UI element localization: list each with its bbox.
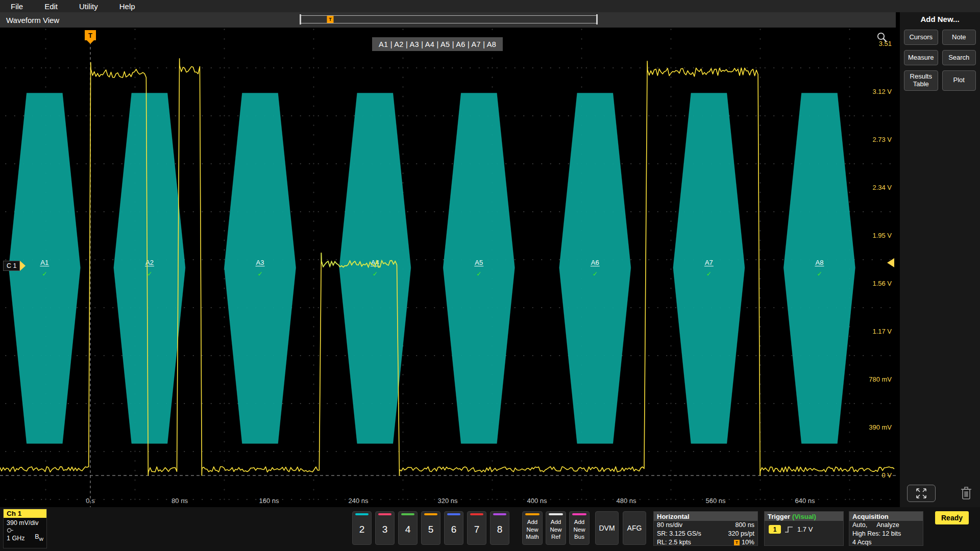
settings-bar: Ch 1 390 mV/div 1 GHz BW 2345678 AddNewM…: [0, 507, 980, 551]
acquisition-analyze: Analyze: [876, 521, 899, 529]
trigger-position-flag[interactable]: T: [85, 30, 96, 40]
y-axis-label: 1.95 V: [872, 232, 892, 239]
add-search-button[interactable]: Search: [942, 50, 976, 65]
add-color-stripe: [549, 513, 563, 515]
trigger-title: Trigger: [768, 513, 790, 520]
menu-help[interactable]: Help: [109, 2, 146, 11]
add-new-buttons-group: AddNewMathAddNewRefAddNewBus: [522, 511, 590, 545]
add-new-panel: Add New... CursorsNoteMeasureSearchResul…: [900, 12, 980, 507]
area-pass-check-icon: ✓: [257, 270, 262, 278]
horizontal-title: Horizontal: [657, 513, 690, 520]
horizontal-panel[interactable]: Horizontal 80 ns/div 800 ns SR: 3.125 GS…: [653, 511, 758, 546]
horizontal-scale: 80 ns/div: [657, 521, 682, 529]
waveform-canvas[interactable]: A1✓A2✓A3✓A4✓A5✓A6✓A7✓A8✓3.513.12 V2.73 V…: [0, 28, 896, 507]
add-color-stripe: [525, 513, 540, 515]
acquisition-count: 4 Acqs: [852, 539, 872, 546]
add-measure-button[interactable]: Measure: [904, 50, 938, 65]
channel-3-button[interactable]: 3: [375, 511, 395, 545]
menu-edit[interactable]: Edit: [34, 2, 68, 11]
expand-arrows-icon: [914, 487, 928, 500]
acquisition-mode: Auto,: [852, 521, 867, 529]
channel-7-button[interactable]: 7: [467, 511, 486, 545]
record-trigger-marker[interactable]: T: [327, 16, 334, 23]
trigger-flag-letter: T: [88, 32, 92, 39]
acquisition-resolution: High Res: 12 bits: [852, 530, 901, 538]
x-axis-label: 560 ns: [705, 497, 726, 505]
channel-6-button[interactable]: 6: [444, 511, 463, 545]
add-new-button-grid: CursorsNoteMeasureSearchResults TablePlo…: [904, 30, 976, 91]
rising-edge-icon: [785, 525, 794, 534]
add-note-button[interactable]: Note: [942, 30, 976, 45]
add-plot-button[interactable]: Plot: [942, 70, 976, 91]
visual-trigger-area-A5[interactable]: [443, 93, 514, 443]
afg-button[interactable]: AFG: [623, 511, 646, 545]
channel-color-stripe: [378, 513, 391, 515]
add-new-title: Add New...: [900, 15, 980, 23]
channel-color-stripe: [493, 513, 506, 515]
panel-bottom-tools: [900, 485, 980, 502]
y-axis-label: 1.56 V: [872, 280, 892, 287]
bandwidth-limit-indicator: BW: [35, 533, 43, 542]
channel-color-stripe: [401, 513, 414, 515]
add-color-stripe: [572, 513, 586, 515]
add-results-table-button[interactable]: Results Table: [904, 70, 938, 91]
add-cursors-button[interactable]: Cursors: [904, 30, 938, 45]
view-header: Waveform View T: [0, 12, 896, 28]
channel-1-label: Ch 1: [4, 509, 46, 518]
dvm-button[interactable]: DVM: [595, 511, 619, 545]
y-axis-label: 0 V: [881, 471, 892, 479]
channel-2-button[interactable]: 2: [352, 511, 372, 545]
x-axis-label: 80 ns: [172, 497, 188, 505]
probe-icon: [7, 528, 14, 533]
area-label: A5: [475, 259, 483, 266]
channel-8-button[interactable]: 8: [490, 511, 509, 545]
visual-trigger-area-A3[interactable]: [225, 93, 296, 443]
channel-1-marker-arrow-icon: [20, 261, 26, 271]
trigger-level-arrow-icon[interactable]: [887, 258, 894, 267]
visual-trigger-areas-badge[interactable]: A1 | A2 | A3 | A4 | A5 | A6 | A7 | A8: [372, 37, 503, 51]
visual-trigger-area-A8[interactable]: [783, 93, 855, 443]
menu-bar: FileEditUtilityHelp: [0, 0, 980, 12]
channel-color-stripe: [447, 513, 460, 515]
ready-status-badge: Ready: [935, 511, 969, 524]
channel-1-badge[interactable]: Ch 1 390 mV/div 1 GHz BW: [3, 509, 47, 548]
acquisition-panel[interactable]: Acquisition Auto, Analyze High Res: 12 b…: [849, 511, 923, 546]
visual-trigger-area-A7[interactable]: [673, 93, 745, 443]
area-pass-check-icon: ✓: [706, 270, 712, 278]
x-axis-label: 160 ns: [259, 497, 279, 505]
area-pass-check-icon: ✓: [476, 270, 481, 278]
channel-color-stripe: [424, 513, 437, 515]
channel-5-button[interactable]: 5: [421, 511, 440, 545]
visual-trigger-area-A2[interactable]: [114, 93, 185, 443]
area-label: A2: [145, 259, 154, 266]
recycle-bin-icon[interactable]: [960, 486, 973, 501]
channel-1-marker[interactable]: C 1: [3, 261, 26, 271]
panel-divider[interactable]: ⋮: [896, 12, 900, 507]
trigger-panel[interactable]: Trigger (Visual) 1 1.7 V: [764, 511, 844, 546]
y-axis-label: 3.12 V: [872, 88, 892, 95]
channel-buttons-group: 2345678: [352, 511, 509, 545]
y-axis-label: 390 mV: [869, 423, 892, 431]
y-axis-label: 780 mV: [869, 375, 892, 383]
zoom-glass-icon[interactable]: [876, 32, 889, 44]
add-new-ref-button[interactable]: AddNewRef: [546, 511, 566, 545]
add-new-math-button[interactable]: AddNewMath: [522, 511, 543, 545]
add-new-bus-button[interactable]: AddNewBus: [569, 511, 590, 545]
menu-file[interactable]: File: [0, 2, 34, 11]
record-view-bar[interactable]: T: [300, 15, 597, 23]
oscilloscope-app: FileEditUtilityHelp Waveform View T A1✓A…: [0, 0, 980, 551]
channel-4-button[interactable]: 4: [398, 511, 418, 545]
waveform-display[interactable]: A1✓A2✓A3✓A4✓A5✓A6✓A7✓A8✓3.513.12 V2.73 V…: [0, 28, 896, 507]
area-label: A7: [705, 259, 713, 266]
visual-trigger-area-A4[interactable]: [339, 93, 411, 443]
x-axis-label: 480 ns: [616, 497, 636, 505]
zoom-overview-button[interactable]: [907, 485, 936, 502]
area-pass-check-icon: ✓: [42, 270, 47, 278]
area-pass-check-icon: ✓: [593, 270, 598, 278]
y-axis-label: 1.17 V: [872, 328, 892, 335]
menu-utility[interactable]: Utility: [68, 2, 109, 11]
y-axis-label: 2.34 V: [872, 184, 892, 191]
channel-1-bandwidth: 1 GHz: [7, 535, 24, 542]
visual-trigger-area-A6[interactable]: [559, 93, 631, 443]
y-axis-label: 2.73 V: [872, 136, 892, 143]
